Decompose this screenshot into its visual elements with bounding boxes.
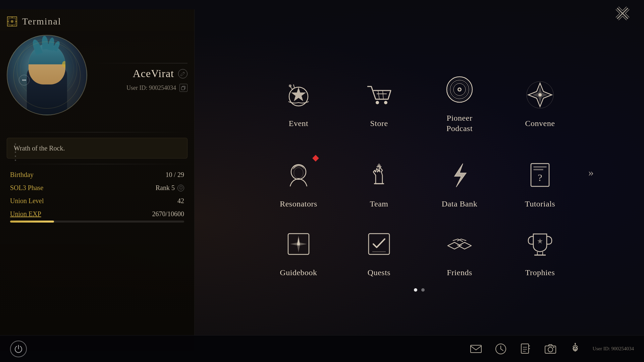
svg-point-28 [459, 88, 461, 90]
union-exp-label: Union EXP [10, 210, 41, 218]
svg-rect-49 [471, 345, 481, 353]
friends-icon [443, 227, 476, 261]
event-label: Event [289, 118, 308, 129]
convene-icon [523, 78, 557, 112]
birthday-row: Birthday 10 / 29 [10, 171, 184, 179]
team-icon [362, 159, 396, 192]
union-exp-value: 2670/10600 [152, 210, 184, 218]
terminal-title: Terminal [22, 16, 61, 27]
exp-bar-fill [10, 221, 54, 223]
svg-point-11 [23, 79, 25, 81]
close-button[interactable] [614, 5, 631, 23]
tutorials-icon: ? [523, 159, 557, 192]
menu-item-friends[interactable]: Friends [426, 227, 493, 278]
copy-user-id-button[interactable] [179, 84, 187, 92]
avatar-prev-button[interactable] [19, 75, 30, 85]
svg-rect-36 [377, 165, 381, 166]
svg-point-29 [538, 93, 542, 97]
exp-label-row: Union EXP 2670/10600 [10, 210, 184, 218]
svg-point-18 [384, 101, 387, 104]
clock-button[interactable] [493, 342, 508, 356]
union-level-row: Union Level 42 [10, 197, 184, 205]
svg-point-42 [297, 243, 300, 245]
mail-button[interactable] [469, 342, 483, 356]
data-bank-icon [443, 159, 476, 192]
left-panel: Terminal [0, 9, 195, 351]
menu-item-convene[interactable]: Convene [506, 66, 574, 140]
player-quote: Wrath of the Rock. [14, 144, 65, 152]
camera-button[interactable] [543, 342, 558, 356]
guidebook-label: Guidebook [280, 267, 317, 278]
power-button[interactable] [10, 341, 27, 357]
main-content: Event Store [195, 9, 644, 335]
separator-1 [7, 132, 187, 132]
menu-item-quests[interactable]: Quests [345, 227, 413, 278]
svg-point-16 [289, 84, 291, 87]
union-level-label: Union Level [10, 197, 44, 205]
pioneer-podcast-label: PioneerPodcast [446, 113, 473, 134]
birthday-label: Birthday [10, 171, 34, 179]
svg-point-32 [294, 168, 303, 178]
menu-next-arrow[interactable]: » [588, 166, 594, 179]
menu-item-team[interactable]: Team [345, 147, 413, 221]
avatar-circle [7, 35, 87, 115]
user-id-label: User ID: 900254034 [126, 84, 176, 92]
menu-item-trophies[interactable]: Trophies [506, 227, 574, 278]
svg-rect-38 [533, 166, 547, 168]
player-name: AceVirat [133, 67, 174, 80]
exp-bar-background [10, 221, 184, 223]
tutorials-label: Tutorials [525, 199, 555, 209]
svg-line-20 [378, 90, 379, 99]
svg-line-21 [383, 90, 383, 99]
menu-item-tutorials[interactable]: ? Tutorials [506, 147, 574, 221]
menu-grid: Event Store [265, 66, 574, 278]
menu-item-pioneer-podcast[interactable]: PioneerPodcast [426, 66, 493, 140]
exp-section: Union EXP 2670/10600 [10, 210, 184, 223]
menu-item-store[interactable]: Store [345, 66, 413, 140]
stats-section: Birthday 10 / 29 SOL3 Phase Rank 5 ⓘ Uni… [7, 171, 187, 205]
page-dot-2[interactable] [421, 288, 425, 292]
user-id-row: User ID: 900254034 [94, 84, 187, 92]
svg-point-63 [574, 348, 576, 350]
quests-icon [362, 227, 396, 261]
settings-button[interactable] [568, 342, 583, 356]
menu-item-event[interactable]: Event [265, 66, 332, 140]
sol3-value: Rank 5 ⓘ [156, 184, 184, 192]
birthday-value: 10 / 29 [165, 171, 184, 179]
convene-label: Convene [525, 118, 555, 129]
event-icon [282, 78, 315, 112]
svg-line-13 [183, 72, 184, 73]
terminal-icon [7, 16, 17, 27]
decorative-dots [15, 143, 16, 161]
menu-item-guidebook[interactable]: Guidebook [265, 227, 332, 278]
friends-label: Friends [447, 267, 472, 278]
team-label: Team [370, 199, 388, 209]
bottom-bar: User ID: 900254034 [0, 335, 644, 362]
terminal-header: Terminal [7, 16, 187, 27]
store-icon [362, 78, 396, 112]
svg-rect-14 [181, 87, 184, 90]
sol3-row: SOL3 Phase Rank 5 ⓘ [10, 184, 184, 192]
svg-point-17 [376, 101, 379, 104]
edit-name-button[interactable] [178, 69, 187, 78]
svg-rect-39 [533, 169, 543, 170]
svg-point-64 [575, 343, 576, 344]
svg-text:?: ? [538, 172, 542, 183]
page-dot-1[interactable] [414, 288, 417, 292]
svg-point-31 [291, 165, 306, 179]
svg-rect-53 [521, 344, 529, 353]
player-info: AceVirat User ID: 900254034 [94, 63, 187, 97]
notes-button[interactable] [518, 342, 533, 356]
bottom-user-id: User ID: 900254034 [593, 346, 634, 352]
menu-item-data-bank[interactable]: Data Bank [426, 147, 493, 221]
quests-label: Quests [368, 267, 390, 278]
sol3-info-icon[interactable]: ⓘ [177, 185, 184, 191]
sol3-label: SOL3 Phase [10, 184, 43, 192]
pioneer-podcast-icon [443, 73, 476, 106]
menu-item-resonators[interactable]: Resonators [265, 147, 332, 221]
resonators-label: Resonators [280, 199, 317, 209]
data-bank-label: Data Bank [442, 199, 477, 209]
player-quote-box: Wrath of the Rock. [7, 138, 187, 159]
svg-line-52 [501, 349, 503, 351]
union-level-value: 42 [177, 197, 184, 205]
